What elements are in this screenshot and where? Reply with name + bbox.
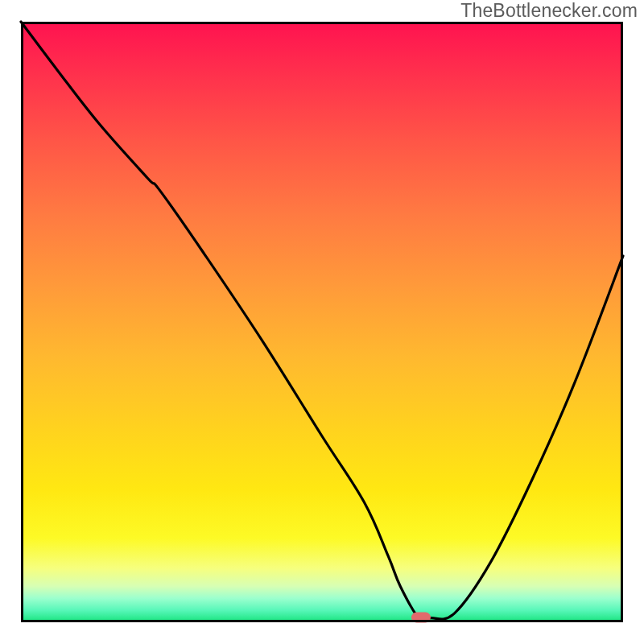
chart-frame: TheBottlenecker.com: [0, 0, 644, 644]
curve-svg: [21, 22, 623, 622]
plot-area: [21, 22, 623, 622]
watermark-text: TheBottlenecker.com: [460, 0, 638, 22]
bottleneck-curve: [21, 22, 623, 621]
minimum-marker: [411, 613, 431, 623]
